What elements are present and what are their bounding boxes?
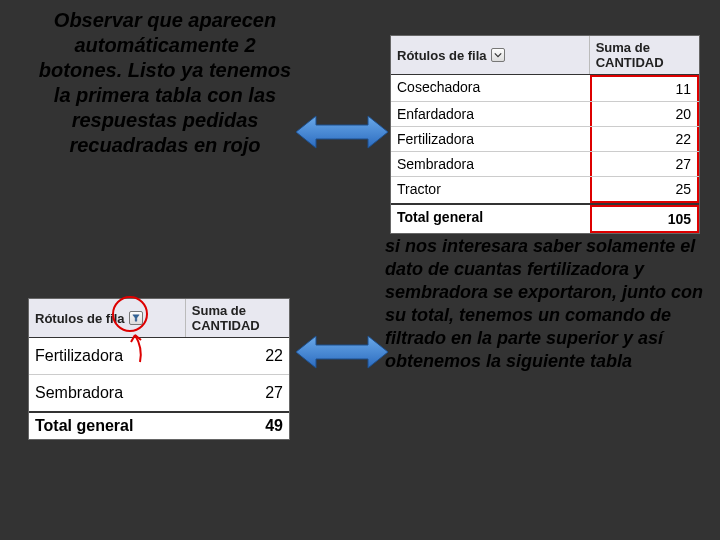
row-label: Sembradora: [29, 380, 186, 406]
row-value-highlighted: 25: [590, 177, 699, 203]
double-arrow-icon: [296, 112, 388, 152]
double-arrow-icon: [296, 332, 388, 372]
filter-dropdown-button[interactable]: [129, 311, 143, 325]
row-value-highlighted: 11: [590, 75, 699, 101]
table-row: Fertilizadora 22: [391, 127, 699, 152]
pivot-table-filtered: Rótulos de fila Suma de CANTIDAD Fertili…: [28, 298, 290, 440]
row-label: Sembradora: [391, 152, 590, 176]
table-row: Enfardadora 20: [391, 102, 699, 127]
row-value-highlighted: 20: [590, 102, 699, 126]
table-row: Sembradora 27: [29, 375, 289, 411]
total-label: Total general: [391, 205, 590, 233]
pivot-header: Rótulos de fila Suma de CANTIDAD: [391, 36, 699, 75]
row-value: 22: [186, 343, 289, 369]
pivot-table-full: Rótulos de fila Suma de CANTIDAD Cosecha…: [390, 35, 700, 234]
header-rotulos: Rótulos de fila: [391, 36, 590, 74]
total-row: Total general 49: [29, 411, 289, 439]
table-row: Fertilizadora 22: [29, 338, 289, 375]
header-suma: Suma de CANTIDAD: [186, 299, 289, 337]
table-row: Sembradora 27: [391, 152, 699, 177]
filter-dropdown-button[interactable]: [491, 48, 505, 62]
table-row: Cosechadora 11: [391, 75, 699, 102]
chevron-down-icon: [494, 51, 502, 59]
total-row: Total general 105: [391, 203, 699, 233]
header-suma: Suma de CANTIDAD: [590, 36, 699, 74]
header-rotulos-label: Rótulos de fila: [397, 48, 487, 63]
row-value: 27: [186, 380, 289, 406]
row-label: Enfardadora: [391, 102, 590, 126]
row-value-highlighted: 22: [590, 127, 699, 151]
pivot-header: Rótulos de fila Suma de CANTIDAD: [29, 299, 289, 338]
row-label: Fertilizadora: [391, 127, 590, 151]
header-rotulos-label: Rótulos de fila: [35, 311, 125, 326]
total-value-highlighted: 105: [590, 205, 699, 233]
row-label: Cosechadora: [391, 75, 590, 101]
table-row: Tractor 25: [391, 177, 699, 203]
total-label: Total general: [29, 413, 186, 439]
instruction-text-top: Observar que aparecen automáticamente 2 …: [35, 8, 295, 158]
instruction-text-right: si nos interesara saber solamente el dat…: [385, 235, 705, 373]
row-label: Tractor: [391, 177, 590, 203]
funnel-icon: [132, 314, 140, 322]
total-value: 49: [186, 413, 289, 439]
row-value-highlighted: 27: [590, 152, 699, 176]
header-rotulos: Rótulos de fila: [29, 299, 186, 337]
row-label: Fertilizadora: [29, 343, 186, 369]
